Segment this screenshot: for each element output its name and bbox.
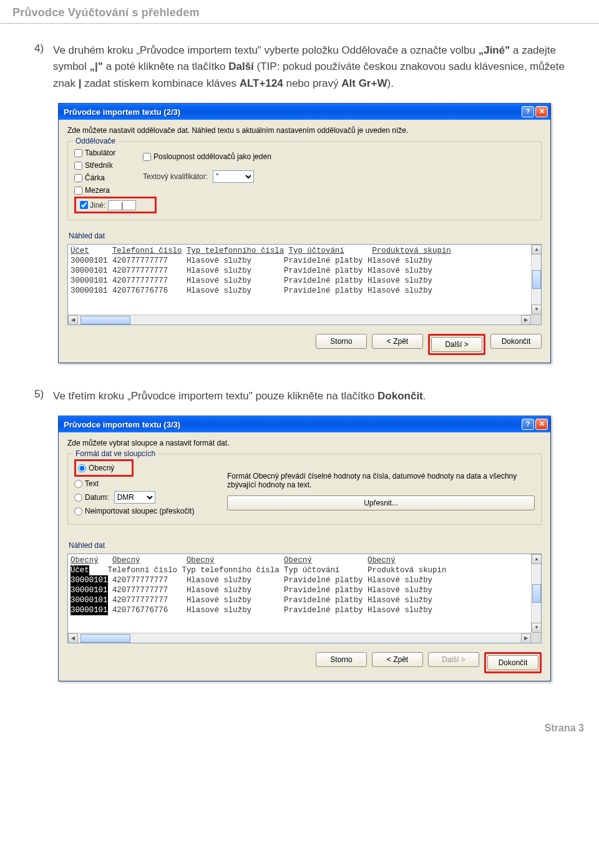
scroll-thumb[interactable] [80, 634, 130, 643]
radio-label: Neimportovat sloupec (přeskočit) [85, 507, 194, 515]
bold-segment: Alt Gr+W [341, 77, 387, 89]
datum-radio[interactable] [74, 494, 82, 502]
horizontal-scrollbar[interactable]: ◀▶ [68, 315, 531, 324]
cell: 420776776776 [112, 606, 168, 615]
cell: Hlasové služby [368, 286, 432, 295]
cell: 30000101 [71, 266, 108, 275]
scroll-down-icon[interactable]: ▼ [532, 305, 542, 315]
scroll-up-icon[interactable]: ▲ [532, 245, 542, 255]
horizontal-scrollbar[interactable]: ◀▶ [68, 633, 531, 643]
wizard-description: Zde můžete vybrat sloupce a nastavit for… [67, 439, 542, 447]
upresnit-button[interactable]: Upřesnit... [227, 495, 535, 510]
scroll-corner [531, 315, 541, 324]
step-5-number: 5) [34, 388, 53, 404]
carka-checkbox[interactable] [74, 174, 82, 182]
fieldset-legend: Formát dat ve sloupcích [73, 449, 158, 458]
page-header: Průvodce Vyúčtování s přehledem [0, 0, 599, 24]
storno-button[interactable]: Storno [316, 652, 367, 667]
bold-segment: Další [228, 61, 254, 72]
scroll-thumb[interactable] [80, 316, 130, 324]
obecny-highlight: Obecný [74, 459, 134, 477]
scroll-up-icon[interactable]: ▲ [532, 554, 542, 564]
help-button[interactable]: ? [522, 106, 534, 117]
nahled-label: Náhled dat [69, 232, 542, 240]
cell: Pravidelné platby [284, 256, 363, 265]
scroll-right-icon[interactable]: ▶ [521, 633, 531, 643]
jine-input[interactable] [108, 200, 136, 210]
obecny-radio[interactable] [78, 464, 86, 472]
cell: Pravidelné platby [284, 266, 363, 275]
cell: 420777777777 [112, 576, 168, 585]
cell: 30000101 [71, 276, 108, 285]
close-button[interactable]: ✕ [535, 106, 548, 117]
preview-box: Obecný Obecný Obecný Obecný Obecný Účet … [67, 553, 542, 643]
dokoncit-highlight: Dokončit [484, 652, 542, 673]
text-segment: Ve třetím kroku „Průvodce importem textu… [53, 390, 377, 402]
cell: 30000101 [71, 585, 108, 595]
cell: 30000101 [71, 605, 108, 615]
dalsi-highlight: Další > [428, 334, 485, 355]
scroll-down-icon[interactable]: ▼ [532, 623, 542, 633]
zpet-button[interactable]: < Zpět [372, 652, 423, 667]
cell: Hlasové služby [187, 286, 251, 295]
cell: 420777777777 [112, 266, 168, 275]
kvalifikator-label: Textový kvalifikátor: [143, 172, 208, 181]
strednik-checkbox[interactable] [74, 162, 82, 170]
cell: 420777777777 [112, 256, 168, 265]
cell: Pravidelné platby [284, 276, 363, 285]
cell: Hlasové služby [368, 266, 432, 275]
step-4-text: Ve druhém kroku „Průvodce importem textu… [53, 42, 574, 92]
preview-content: Obecný Obecný Obecný Obecný Obecný Účet … [68, 554, 541, 615]
col-header: Typ účtování [289, 246, 344, 255]
jine-checkbox[interactable] [80, 201, 88, 209]
step-4: 4) Ve druhém kroku „Průvodce importem te… [34, 42, 574, 92]
bold-segment: „|" [90, 61, 103, 72]
vertical-scrollbar[interactable]: ▲▼ [531, 245, 541, 315]
preview-content: Účet Telefonní číslo Typ telefonního čís… [68, 245, 541, 296]
bold-segment: „Jiné" [479, 44, 510, 56]
dokoncit-button[interactable]: Dokončit [490, 334, 542, 349]
storno-button[interactable]: Storno [316, 334, 367, 349]
tabulator-checkbox[interactable] [74, 149, 82, 157]
scroll-right-icon[interactable]: ▶ [521, 315, 531, 325]
scroll-left-icon[interactable]: ◀ [68, 633, 78, 643]
cell: Hlasové služby [187, 266, 251, 275]
cell: Pravidelné platby [284, 596, 363, 605]
scroll-thumb[interactable] [532, 584, 541, 603]
step-5: 5) Ve třetím kroku „Průvodce importem te… [34, 388, 574, 404]
cell: Hlasové služby [368, 276, 432, 285]
cell: 420777777777 [112, 586, 168, 595]
posloupnost-checkbox[interactable] [143, 153, 151, 161]
col-type-label: Obecný [368, 556, 396, 565]
zpet-button[interactable]: < Zpět [372, 334, 423, 349]
text-segment: nebo pravý [283, 77, 342, 89]
kvalifikator-select[interactable]: " [213, 170, 254, 183]
datum-format-select[interactable]: DMR [114, 491, 155, 504]
close-button[interactable]: ✕ [535, 419, 548, 430]
scroll-left-icon[interactable]: ◀ [68, 315, 78, 325]
text-segment: a poté klikněte na tlačítko [103, 61, 228, 72]
mezera-checkbox[interactable] [74, 187, 82, 195]
dalsi-button: Další > [428, 652, 479, 667]
cell: Hlasové služby [368, 256, 432, 265]
radio-label: Obecný [89, 464, 114, 472]
cell: Hlasové služby [368, 586, 432, 595]
help-button[interactable]: ? [522, 419, 534, 430]
neimport-radio[interactable] [74, 507, 82, 515]
cell: Pravidelné platby [284, 606, 363, 615]
col-header: Účet [71, 246, 89, 255]
delimiters-fieldset: Oddělovače Tabulátor Středník Čárka Meze… [67, 141, 542, 220]
dokoncit-button[interactable]: Dokončit [487, 655, 538, 670]
col-type-label: Obecný [112, 556, 140, 565]
text-radio[interactable] [74, 480, 82, 488]
checkbox-label: Tabulátor [85, 149, 115, 157]
scroll-thumb[interactable] [532, 270, 541, 289]
step-4-number: 4) [34, 42, 53, 92]
col-header: Typ telefonního čísla [182, 566, 279, 575]
dalsi-button[interactable]: Další > [431, 337, 482, 352]
vertical-scrollbar[interactable]: ▲▼ [531, 554, 541, 633]
cell: Hlasové služby [187, 586, 251, 595]
col-type-label: Obecný [187, 556, 215, 565]
wizard-window-2of3: Průvodce importem textu (2/3) ? ✕ Zde mů… [58, 103, 551, 363]
bold-segment: Dokončit [377, 390, 423, 402]
